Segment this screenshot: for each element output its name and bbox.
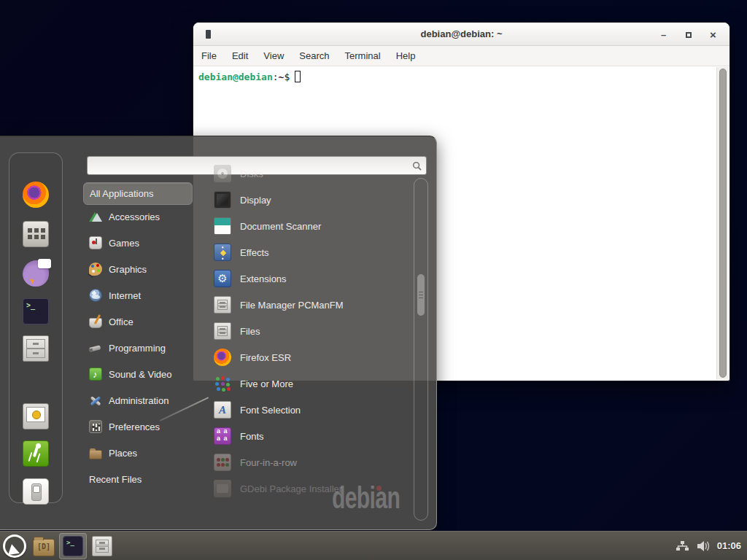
app-item-extensions[interactable]: Extensions — [208, 265, 412, 292]
app-label: GDebi Package Installer — [240, 483, 342, 494]
internet-icon — [89, 289, 102, 302]
menu-scrollbar-thumb[interactable] — [417, 274, 425, 316]
app-label: Effects — [240, 247, 269, 258]
sidebar-item-cabinet[interactable] — [23, 335, 49, 365]
app-label: Disks — [240, 168, 263, 179]
category-sound-video[interactable]: Sound & Video — [83, 361, 193, 387]
terminal-menu-search[interactable]: Search — [299, 50, 329, 61]
terminal-menu-help[interactable]: Help — [396, 50, 416, 61]
sidebar-item-lockscreen[interactable] — [23, 403, 49, 432]
maximize-button[interactable] — [684, 30, 693, 39]
cabinet-icon — [92, 536, 112, 556]
window-title: debian@debian: ~ — [193, 28, 729, 39]
app-item-effects[interactable]: Effects — [208, 239, 412, 265]
app-item-files[interactable]: Files — [208, 318, 412, 344]
app-item-document-scanner[interactable]: Document Scanner — [208, 213, 412, 239]
terminal-titlebar[interactable]: debian@debian: ~ – × — [193, 23, 729, 46]
launcher-folder-d[interactable] — [30, 533, 58, 559]
pidgin-icon — [23, 260, 49, 287]
launcher-cabinet[interactable] — [88, 533, 116, 559]
terminal-menu-terminal[interactable]: Terminal — [345, 50, 381, 61]
app-label: Fonts — [240, 431, 264, 442]
cabinet-icon — [23, 335, 49, 362]
category-office[interactable]: Office — [83, 308, 193, 335]
gdebi-icon — [214, 480, 231, 497]
display-icon — [214, 191, 231, 209]
games-icon — [89, 236, 102, 249]
power-icon — [23, 478, 49, 505]
sidebar-item-terminal[interactable] — [23, 298, 49, 327]
app-label: Five or More — [240, 378, 293, 389]
category-graphics[interactable]: Graphics — [83, 256, 193, 282]
sidebar-item-logout[interactable] — [23, 440, 49, 470]
close-button[interactable]: × — [708, 30, 718, 39]
app-item-font-selection[interactable]: Font Selection — [208, 397, 412, 423]
disks-icon — [214, 165, 231, 182]
app-item-five-or-more[interactable]: Five or More — [208, 370, 412, 397]
category-label: Games — [109, 238, 139, 249]
graphics-icon — [89, 262, 102, 276]
app-item-file-manager-pcmanfm[interactable]: File Manager PCManFM — [208, 292, 412, 318]
menu-button[interactable] — [0, 532, 29, 560]
terminal-menubar: FileEditViewSearchTerminalHelp — [193, 46, 729, 66]
app-label: File Manager PCManFM — [240, 300, 344, 311]
app-item-firefox-esr[interactable]: Firefox ESR — [208, 344, 412, 370]
sidebar-item-power[interactable] — [23, 478, 49, 508]
category-preferences[interactable]: Preferences — [83, 413, 193, 440]
app-item-fonts[interactable]: Fonts — [208, 423, 412, 449]
logout-icon — [23, 440, 49, 467]
volume-icon[interactable] — [696, 540, 711, 553]
clock[interactable]: 01:06 — [717, 540, 741, 551]
fonts-icon — [214, 427, 231, 445]
app-label: Display — [240, 195, 271, 206]
terminal-scrollbar[interactable] — [716, 67, 729, 380]
cabinet-icon — [214, 322, 231, 340]
terminal-scrollbar-thumb[interactable] — [719, 69, 727, 378]
app-item-gdebi-package-installer[interactable]: GDebi Package Installer — [208, 475, 412, 502]
category-administration[interactable]: Administration — [83, 387, 193, 413]
category-label: Preferences — [109, 421, 160, 432]
category-label: Places — [109, 448, 137, 459]
app-item-display[interactable]: Display — [208, 187, 412, 213]
category-all-applications[interactable]: All Applications — [83, 182, 193, 205]
app-item-four-in-a-row[interactable]: Four-in-a-row — [208, 449, 412, 475]
terminal-menu-view[interactable]: View — [263, 50, 284, 61]
system-tray: 01:06 — [676, 540, 747, 553]
firefox-icon — [214, 349, 231, 366]
category-label: Graphics — [109, 264, 147, 275]
extensions-icon — [214, 270, 231, 287]
category-label: Office — [109, 316, 133, 327]
app-item-disks[interactable]: Disks — [208, 160, 412, 187]
network-icon[interactable] — [676, 540, 689, 553]
app-label: Font Selection — [240, 405, 301, 416]
category-label: Recent Files — [89, 474, 142, 485]
category-recent-files[interactable]: Recent Files — [83, 466, 193, 492]
app-label: Document Scanner — [240, 221, 321, 232]
terminal-menu-edit[interactable]: Edit — [232, 50, 248, 61]
category-internet[interactable]: Internet — [83, 282, 193, 308]
app-label: Firefox ESR — [240, 352, 291, 363]
app-list: DisksDisplayDocument ScannerEffectsExten… — [208, 160, 412, 515]
menu-scrollbar[interactable] — [414, 178, 428, 521]
app-label: Files — [240, 326, 260, 337]
terminal-prompt-line: debian@debian:~$ — [194, 67, 729, 86]
category-places[interactable]: Places — [83, 440, 193, 466]
docscanner-icon — [214, 217, 231, 235]
launcher-terminal[interactable] — [59, 533, 87, 559]
office-icon — [89, 318, 102, 328]
preferences-icon — [89, 420, 102, 433]
terminal-cursor — [295, 71, 301, 82]
fourinarow-icon — [214, 454, 231, 471]
terminal-menu-file[interactable]: File — [201, 50, 217, 61]
category-label: Internet — [109, 290, 141, 301]
programming-icon — [89, 341, 102, 354]
sidebar-item-keyboard[interactable] — [23, 221, 49, 250]
application-menu: debian All ApplicationsAccessoriesGamesG… — [0, 136, 437, 530]
sidebar-item-firefox[interactable] — [23, 182, 49, 211]
category-accessories[interactable]: Accessories — [83, 203, 193, 230]
sidebar-item-pidgin[interactable] — [23, 260, 49, 289]
minimize-button[interactable]: – — [659, 30, 668, 39]
category-games[interactable]: Games — [83, 230, 193, 256]
menu-sidebar — [9, 152, 63, 503]
category-programming[interactable]: Programming — [83, 335, 193, 361]
